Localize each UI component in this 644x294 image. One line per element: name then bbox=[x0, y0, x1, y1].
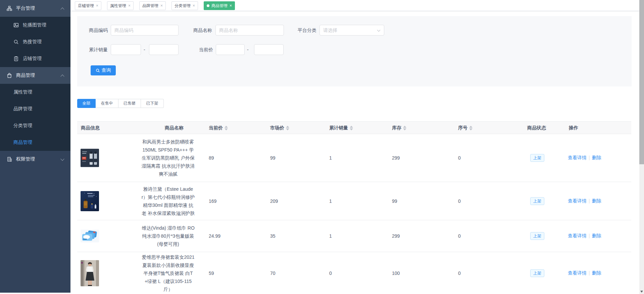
current-price-min-input[interactable] bbox=[216, 44, 245, 55]
current-price: 89 bbox=[209, 155, 214, 161]
sidebar-item-label: 商品管理 bbox=[16, 72, 35, 78]
product-name-label: 商品名称 bbox=[193, 25, 212, 36]
sidebar-item-permission[interactable]: 权限管理 bbox=[0, 151, 70, 168]
chevron-down-icon bbox=[377, 28, 381, 32]
sidebar-item-brand[interactable]: 品牌管理 bbox=[0, 101, 70, 117]
total-sales-min-input[interactable] bbox=[111, 44, 141, 55]
seq: 0 bbox=[458, 233, 461, 239]
close-icon[interactable]: × bbox=[160, 4, 163, 8]
product-image[interactable] bbox=[81, 260, 99, 286]
close-icon[interactable]: × bbox=[128, 4, 131, 8]
product-image[interactable] bbox=[81, 191, 99, 211]
tag-attribute[interactable]: 属性管理 × bbox=[107, 1, 134, 10]
platform-submenu: 轮播图管理 热搜管理 店铺管理 bbox=[0, 17, 70, 67]
stock: 99 bbox=[392, 198, 397, 204]
market-price: 35 bbox=[270, 233, 276, 239]
action-divider: | bbox=[589, 155, 590, 160]
header-product-name: 商品名称 bbox=[165, 122, 184, 134]
platform-category-label: 平台分类 bbox=[297, 25, 316, 36]
delete-link[interactable]: 删除 bbox=[592, 155, 601, 160]
action-divider: | bbox=[589, 198, 590, 203]
current-price-label: 当前价 bbox=[198, 44, 213, 55]
header-total-sales: 累计销量 bbox=[329, 122, 353, 134]
total-sales: 1 bbox=[329, 155, 332, 161]
table-row: 和风雨男士多效防晒喷雾 150ML SPF50 PA+++ 学生军训防黑防晒乳 … bbox=[77, 134, 631, 182]
action-divider: | bbox=[589, 270, 590, 276]
header-stock: 库存 bbox=[392, 122, 406, 134]
sort-carets-icon[interactable] bbox=[225, 126, 228, 130]
total-sales-max-input[interactable] bbox=[149, 44, 179, 55]
view-detail-link[interactable]: 查看详情 bbox=[568, 270, 587, 276]
sidebar-item-attribute[interactable]: 属性管理 bbox=[0, 84, 70, 101]
sitemap-icon bbox=[7, 6, 12, 11]
filter-all[interactable]: 全部 bbox=[77, 99, 96, 108]
header-actions: 操作 bbox=[569, 122, 578, 134]
filter-offshelf[interactable]: 已下架 bbox=[141, 99, 164, 108]
seq: 0 bbox=[458, 271, 461, 276]
range-separator: - bbox=[144, 44, 145, 55]
status-badge: 上架 bbox=[530, 154, 544, 162]
sidebar-item-shop[interactable]: 店铺管理 bbox=[0, 50, 70, 67]
stock: 299 bbox=[392, 155, 400, 161]
stock: 299 bbox=[392, 233, 400, 239]
tag-goods-active[interactable]: 商品管理 × bbox=[204, 1, 235, 10]
status-badge: 上架 bbox=[530, 197, 544, 205]
product-image[interactable] bbox=[81, 149, 99, 167]
delete-link[interactable]: 删除 bbox=[592, 233, 601, 238]
product-image[interactable] bbox=[81, 230, 99, 242]
sidebar-item-label: 热搜管理 bbox=[23, 39, 42, 45]
market-price: 99 bbox=[270, 155, 276, 161]
filter-onsale[interactable]: 在售中 bbox=[96, 99, 118, 108]
sidebar-item-carousel[interactable]: 轮播图管理 bbox=[0, 17, 70, 34]
office-building-icon bbox=[7, 157, 12, 162]
product-code-label: 商品编码 bbox=[88, 25, 108, 36]
sidebar-item-product[interactable]: 商品管理 bbox=[0, 67, 70, 84]
sidebar-item-platform[interactable]: 平台管理 bbox=[0, 0, 70, 17]
sidebar-item-label: 权限管理 bbox=[16, 156, 35, 162]
total-sales-label: 累计销量 bbox=[88, 44, 108, 55]
sidebar-item-label: 平台管理 bbox=[16, 5, 35, 11]
sidebar-item-label: 商品管理 bbox=[13, 139, 32, 145]
product-name: 维达(Vinda) 湿巾纸巾 RO纯水湿巾80片*3包量贩装 (母婴可用) bbox=[141, 224, 195, 248]
status-badge: 上架 bbox=[530, 269, 544, 277]
current-price-max-input[interactable] bbox=[254, 44, 284, 55]
delete-link[interactable]: 删除 bbox=[592, 270, 601, 276]
tag-brand[interactable]: 品牌管理 × bbox=[139, 1, 166, 10]
query-button-label: 查询 bbox=[102, 67, 111, 73]
sidebar-item-hotsearch[interactable]: 热搜管理 bbox=[0, 34, 70, 50]
product-code-input[interactable] bbox=[111, 25, 179, 36]
platform-category-select[interactable]: 请选择 bbox=[319, 25, 384, 36]
close-icon[interactable]: × bbox=[193, 4, 195, 8]
view-detail-link[interactable]: 查看详情 bbox=[568, 155, 587, 160]
close-icon[interactable]: × bbox=[230, 4, 232, 8]
row-actions: 查看详情|删除 bbox=[568, 198, 601, 204]
sort-carets-icon[interactable] bbox=[403, 126, 406, 130]
tag-shop[interactable]: 店铺管理 × bbox=[75, 1, 101, 10]
query-button[interactable]: 查询 bbox=[91, 65, 116, 75]
close-icon[interactable]: × bbox=[96, 4, 98, 8]
row-actions: 查看详情|删除 bbox=[568, 270, 601, 276]
search-icon bbox=[13, 39, 19, 45]
product-name-input[interactable] bbox=[215, 25, 284, 36]
chevron-down-icon bbox=[60, 157, 64, 161]
sidebar-item-goods-active[interactable]: 商品管理 bbox=[0, 134, 70, 151]
view-detail-link[interactable]: 查看详情 bbox=[568, 233, 587, 238]
sort-carets-icon[interactable] bbox=[350, 126, 353, 130]
sidebar-item-category[interactable]: 分类管理 bbox=[0, 117, 70, 134]
sort-carets-icon[interactable] bbox=[469, 126, 473, 130]
filter-soldout[interactable]: 已售罄 bbox=[118, 99, 141, 108]
tag-label: 品牌管理 bbox=[142, 3, 158, 9]
search-panel: 商品编码 商品名称 平台分类 请选择 累计销量 - 当前价 - 查询 bbox=[77, 16, 632, 86]
sidebar: 平台管理 轮播图管理 热搜管理 bbox=[0, 0, 70, 293]
vertical-scrollbar-thumb[interactable] bbox=[639, 0, 644, 164]
tag-category[interactable]: 分类管理 × bbox=[171, 1, 198, 10]
tag-label: 分类管理 bbox=[175, 3, 191, 9]
header-status: 商品状态 bbox=[527, 122, 546, 134]
header-product-info: 商品信息 bbox=[81, 122, 100, 134]
sort-carets-icon[interactable] bbox=[286, 126, 289, 130]
seq: 0 bbox=[458, 198, 461, 204]
scrollbar-down-arrow-icon[interactable] bbox=[640, 291, 643, 293]
delete-link[interactable]: 删除 bbox=[592, 198, 601, 203]
view-detail-link[interactable]: 查看详情 bbox=[568, 198, 587, 203]
select-placeholder: 请选择 bbox=[323, 27, 337, 33]
